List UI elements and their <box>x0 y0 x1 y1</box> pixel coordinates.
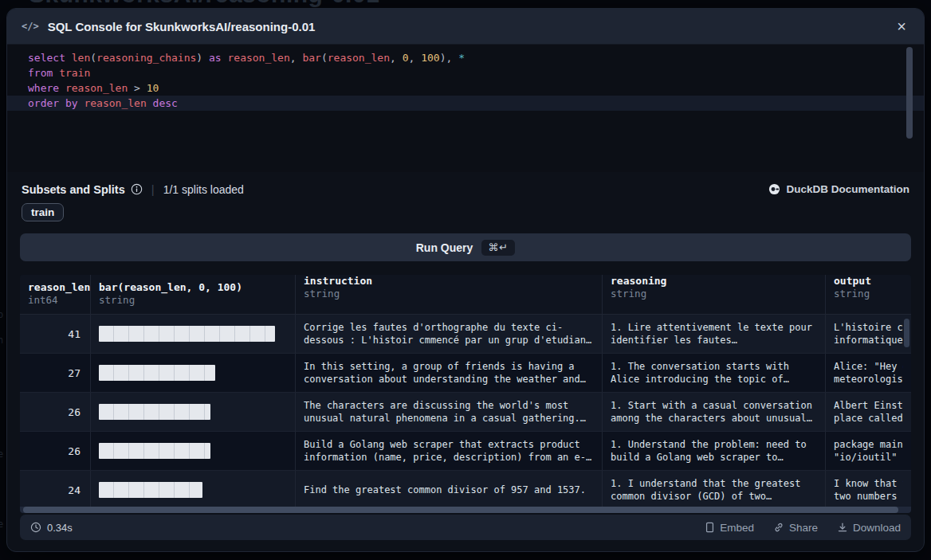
footer-actions: Embed Share <box>705 522 901 534</box>
cell-reasoning: 1. The conversation starts with Alice in… <box>603 354 826 392</box>
background-text-fragment: e <box>0 448 6 460</box>
bar-glyph <box>99 443 210 459</box>
background-text-fragment: h <box>0 335 6 346</box>
cell-reasoning: 1. Start with a casual conversation amon… <box>603 393 826 431</box>
elapsed-time: 0.34s <box>47 522 73 534</box>
download-button[interactable]: Download <box>837 522 901 534</box>
download-label: Download <box>853 522 901 534</box>
cell-reasoning: 1. Lire attentivement le texte pour iden… <box>603 315 826 353</box>
duckdb-documentation-label: DuckDB Documentation <box>786 183 909 195</box>
share-button[interactable]: Share <box>773 522 818 534</box>
column-header-reason_len[interactable]: reason_lenint64 <box>20 275 91 314</box>
bar-glyph <box>99 326 275 342</box>
table-horizontal-scrollbar-thumb[interactable] <box>23 507 898 513</box>
cell-bar <box>91 354 296 392</box>
table-horizontal-scrollbar-track[interactable] <box>20 507 911 513</box>
cell-reason-len: 41 <box>20 315 91 353</box>
subsets-row: Subsets and Splits | 1/1 splits loaded <box>22 182 909 196</box>
divider: | <box>151 182 155 196</box>
duckdb-documentation-link[interactable]: DuckDB Documentation <box>768 183 909 195</box>
table-row[interactable]: 27In this setting, a group of friends is… <box>20 354 911 393</box>
cell-bar <box>91 315 296 353</box>
share-label: Share <box>789 522 818 534</box>
embed-button[interactable]: Embed <box>705 522 754 534</box>
cell-reason-len: 27 <box>20 354 91 392</box>
download-icon <box>837 522 848 533</box>
code-icon: </> <box>22 21 39 32</box>
splits-loaded-status: 1/1 splits loaded <box>163 183 244 196</box>
bar-glyph <box>99 365 215 381</box>
column-header-reasoning[interactable]: reasoningstring <box>603 275 826 314</box>
cell-output: package main "io/ioutil" " <box>826 432 911 470</box>
code-line[interactable]: from train <box>7 65 924 80</box>
table-header-row: reason_lenint64bar(reason_len, 0, 100)st… <box>20 275 911 315</box>
embed-icon <box>705 522 715 533</box>
cell-reason-len: 24 <box>20 471 91 507</box>
cell-instruction: In this setting, a group of friends is h… <box>296 354 603 392</box>
column-header-instruction[interactable]: instructionstring <box>296 275 603 314</box>
code-line[interactable]: where reason_len > 10 <box>7 80 924 96</box>
background-text-fragment: e <box>0 519 6 530</box>
table-vertical-scrollbar[interactable] <box>904 319 909 347</box>
results-footer: 0.34s Embed <box>20 515 911 540</box>
screen: SkunkworksAI/reasoning-0.01 bhee </> SQL… <box>0 0 931 560</box>
run-query-button[interactable]: Run Query ⌘↵ <box>20 233 911 261</box>
cell-reasoning: 1. Understand the problem: need to build… <box>603 432 826 470</box>
cell-reasoning: 1. I understand that the greatest common… <box>603 471 826 507</box>
keyboard-shortcut-badge: ⌘↵ <box>481 240 515 256</box>
table-body: 41Corrige les fautes d'orthographe du te… <box>20 315 911 507</box>
cell-instruction: Find the greatest common divisor of 957 … <box>296 471 603 507</box>
background-page-title-fragment: SkunkworksAI/reasoning-0.01 <box>29 0 379 8</box>
cell-bar <box>91 432 296 470</box>
editor-scrollbar[interactable] <box>906 47 913 139</box>
cell-output: L'histoire co informatique <box>826 315 911 353</box>
sql-editor[interactable]: select len(reasoning_chains) as reason_l… <box>7 45 924 172</box>
column-header-output[interactable]: outputstring <box>826 275 911 314</box>
cell-output: Albert Einste place called <box>826 393 911 431</box>
code-line[interactable]: order by reason_len desc <box>7 96 924 111</box>
duckdb-logo-icon <box>768 183 780 195</box>
bar-glyph <box>99 482 202 498</box>
cell-output: Alice: "Hey g meteorologist <box>826 354 911 392</box>
info-icon[interactable] <box>131 183 143 195</box>
cell-reason-len: 26 <box>20 432 91 470</box>
cell-bar <box>91 393 296 431</box>
close-icon[interactable]: × <box>894 17 909 36</box>
cell-instruction: The characters are discussing the world'… <box>296 393 603 431</box>
cell-bar <box>91 471 296 507</box>
table-row[interactable]: 41Corrige les fautes d'orthographe du te… <box>20 315 911 354</box>
cell-instruction: Corrige les fautes d'orthographe du text… <box>296 315 603 353</box>
run-query-label: Run Query <box>416 241 473 254</box>
sql-console-modal: </> SQL Console for SkunkworksAI/reasoni… <box>6 8 925 552</box>
table-row[interactable]: 26Build a Golang web scraper that extrac… <box>20 432 911 471</box>
modal-title: SQL Console for SkunkworksAI/reasoning-0… <box>48 20 886 33</box>
split-chip-train[interactable]: train <box>22 203 64 221</box>
sql-editor-lines: select len(reasoning_chains) as reason_l… <box>7 50 924 111</box>
query-time: 0.34s <box>30 522 73 534</box>
results-table: reason_lenint64bar(reason_len, 0, 100)st… <box>20 275 911 513</box>
bar-glyph <box>99 404 210 420</box>
clock-icon <box>30 522 41 533</box>
cell-instruction: Build a Golang web scraper that extracts… <box>296 432 603 470</box>
subsets-label: Subsets and Splits <box>22 183 125 196</box>
modal-header: </> SQL Console for SkunkworksAI/reasoni… <box>7 9 924 45</box>
share-icon <box>773 522 784 533</box>
column-header-barreason_len0100[interactable]: bar(reason_len, 0, 100)string <box>91 275 296 314</box>
background-text-fragment: b <box>0 309 6 320</box>
cell-output: I know that t two numbers i <box>826 471 911 507</box>
table-row[interactable]: 24Find the greatest common divisor of 95… <box>20 471 911 507</box>
cell-reason-len: 26 <box>20 393 91 431</box>
code-line[interactable]: select len(reasoning_chains) as reason_l… <box>7 50 924 65</box>
embed-label: Embed <box>720 522 754 534</box>
table-row[interactable]: 26The characters are discussing the worl… <box>20 393 911 432</box>
